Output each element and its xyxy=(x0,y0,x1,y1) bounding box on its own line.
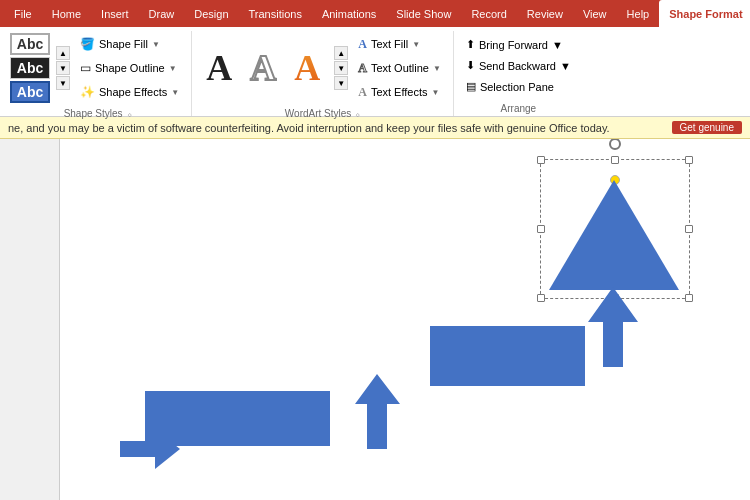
arrange-buttons: ⬆ Bring Forward ▼ ⬇ Send Backward ▼ ▤ Se… xyxy=(460,35,577,97)
text-fill-icon: A xyxy=(358,37,367,52)
text-outline-icon: A xyxy=(358,61,367,76)
wordart-scroll-more[interactable]: ▼ xyxy=(334,76,348,90)
ribbon-body: Abc Abc Abc ▲ ▼ ▼ 🪣 Shape Fill ▼ ▭ Shape… xyxy=(0,27,750,117)
rotate-handle[interactable] xyxy=(609,139,621,150)
text-outline-label: Text Outline xyxy=(371,62,429,74)
wordart-group-label: WordArt Styles ⬦ xyxy=(198,105,447,121)
handle-tl[interactable] xyxy=(537,156,545,164)
shape-effects-btn[interactable]: ✨ Shape Effects ▼ xyxy=(74,81,185,103)
tab-transitions[interactable]: Transitions xyxy=(239,0,312,27)
scroll-up[interactable]: ▲ xyxy=(56,46,70,60)
shape-fill-group: 🪣 Shape Fill ▼ ▭ Shape Outline ▼ ✨ Shape… xyxy=(74,33,185,103)
arrange-group-label: Arrange xyxy=(460,100,577,116)
tab-view[interactable]: View xyxy=(573,0,617,27)
handle-bl[interactable] xyxy=(537,294,545,302)
handle-tr[interactable] xyxy=(685,156,693,164)
style-boxes: Abc Abc Abc xyxy=(10,33,50,103)
shape-outline-label: Shape Outline xyxy=(95,62,165,74)
arrow-right-shape[interactable] xyxy=(120,429,180,469)
wordart-samples: A A A xyxy=(198,38,328,98)
scroll-down[interactable]: ▼ xyxy=(56,61,70,75)
style-box-2[interactable]: Abc xyxy=(10,57,50,79)
tab-review[interactable]: Review xyxy=(517,0,573,27)
shape-fill-btn[interactable]: 🪣 Shape Fill ▼ xyxy=(74,33,185,55)
fill-dropdown-arrow[interactable]: ▼ xyxy=(152,40,160,49)
svg-marker-1 xyxy=(588,287,638,367)
group-shape-styles: Abc Abc Abc ▲ ▼ ▼ 🪣 Shape Fill ▼ ▭ Shape… xyxy=(4,31,192,116)
wordart-sample-2[interactable]: A xyxy=(242,38,284,98)
wordart-sample-3[interactable]: A xyxy=(286,38,328,98)
arrange-content: ⬆ Bring Forward ▼ ⬇ Send Backward ▼ ▤ Se… xyxy=(460,31,577,100)
handle-ml[interactable] xyxy=(537,225,545,233)
style-scroll: ▲ ▼ ▼ xyxy=(56,46,70,90)
notification-text: ne, and you may be a victim of software … xyxy=(8,122,672,134)
handle-mr[interactable] xyxy=(685,225,693,233)
tab-insert[interactable]: Insert xyxy=(91,0,139,27)
slide-area xyxy=(0,139,750,500)
bring-forward-btn[interactable]: ⬆ Bring Forward ▼ xyxy=(460,35,577,55)
text-fill-btn[interactable]: A Text Fill ▼ xyxy=(352,33,447,55)
slide-canvas[interactable] xyxy=(60,139,750,500)
text-fill-group: A Text Fill ▼ A Text Outline ▼ A Text Ef… xyxy=(352,33,447,103)
fill-icon: 🪣 xyxy=(80,37,95,51)
tab-help[interactable]: Help xyxy=(617,0,660,27)
shape-styles-content: Abc Abc Abc ▲ ▼ ▼ 🪣 Shape Fill ▼ ▭ Shape… xyxy=(10,31,185,105)
handle-tc[interactable] xyxy=(611,156,619,164)
send-backward-label: Send Backward xyxy=(479,60,556,72)
effects-icon: ✨ xyxy=(80,85,95,99)
svg-marker-3 xyxy=(120,429,180,469)
selection-box[interactable] xyxy=(540,159,690,299)
slide-sidebar xyxy=(0,139,60,500)
rect-shape-1[interactable] xyxy=(430,326,585,386)
ribbon-tabs: File Home Insert Draw Design Transitions… xyxy=(0,0,750,27)
tab-shape-format[interactable]: Shape Format xyxy=(659,0,750,27)
text-outline-btn[interactable]: A Text Outline ▼ xyxy=(352,57,447,79)
handle-br[interactable] xyxy=(685,294,693,302)
svg-marker-0 xyxy=(549,180,679,290)
outline-icon: ▭ xyxy=(80,61,91,75)
selection-pane-icon: ▤ xyxy=(466,80,476,93)
text-effects-btn[interactable]: A Text Effects ▼ xyxy=(352,81,447,103)
text-outline-arrow[interactable]: ▼ xyxy=(433,64,441,73)
wordart-scroll: ▲ ▼ ▼ xyxy=(334,46,348,90)
wordart-sample-1[interactable]: A xyxy=(198,38,240,98)
shape-outline-btn[interactable]: ▭ Shape Outline ▼ xyxy=(74,57,185,79)
outline-dropdown-arrow[interactable]: ▼ xyxy=(169,64,177,73)
style-box-3[interactable]: Abc xyxy=(10,81,50,103)
text-effects-label: Text Effects xyxy=(371,86,428,98)
tab-design[interactable]: Design xyxy=(184,0,238,27)
tab-home[interactable]: Home xyxy=(42,0,91,27)
effects-dropdown-arrow[interactable]: ▼ xyxy=(171,88,179,97)
triangle-shape xyxy=(549,175,679,290)
text-fill-label: Text Fill xyxy=(371,38,408,50)
tab-file[interactable]: File xyxy=(4,0,42,27)
tab-slideshow[interactable]: Slide Show xyxy=(386,0,461,27)
svg-marker-2 xyxy=(355,374,400,449)
wordart-content: A A A ▲ ▼ ▼ A Text Fill ▼ A Text Outline… xyxy=(198,31,447,105)
send-backward-btn[interactable]: ⬇ Send Backward ▼ xyxy=(460,56,577,76)
arrow-up-shape-2[interactable] xyxy=(355,374,400,449)
scroll-more[interactable]: ▼ xyxy=(56,76,70,90)
wordart-expand[interactable]: ⬦ xyxy=(355,109,360,119)
text-effects-arrow[interactable]: ▼ xyxy=(432,88,440,97)
send-backward-arrow[interactable]: ▼ xyxy=(560,60,571,72)
selection-pane-label: Selection Pane xyxy=(480,81,554,93)
send-backward-icon: ⬇ xyxy=(466,59,475,72)
group-wordart-styles: A A A ▲ ▼ ▼ A Text Fill ▼ A Text Outline… xyxy=(192,31,454,116)
selection-pane-btn[interactable]: ▤ Selection Pane xyxy=(460,77,577,97)
wordart-scroll-down[interactable]: ▼ xyxy=(334,61,348,75)
get-genuine-btn[interactable]: Get genuine xyxy=(672,121,743,134)
shape-styles-expand[interactable]: ⬦ xyxy=(127,109,132,119)
text-fill-arrow[interactable]: ▼ xyxy=(412,40,420,49)
shape-fill-label: Shape Fill xyxy=(99,38,148,50)
tab-record[interactable]: Record xyxy=(461,0,516,27)
wordart-scroll-up[interactable]: ▲ xyxy=(334,46,348,60)
shape-styles-group-label: Shape Styles ⬦ xyxy=(10,105,185,121)
bring-forward-arrow[interactable]: ▼ xyxy=(552,39,563,51)
tab-draw[interactable]: Draw xyxy=(139,0,185,27)
arrow-up-shape-1[interactable] xyxy=(588,287,638,367)
tab-animations[interactable]: Animations xyxy=(312,0,386,27)
text-effects-icon: A xyxy=(358,85,367,100)
bring-forward-label: Bring Forward xyxy=(479,39,548,51)
style-box-1[interactable]: Abc xyxy=(10,33,50,55)
